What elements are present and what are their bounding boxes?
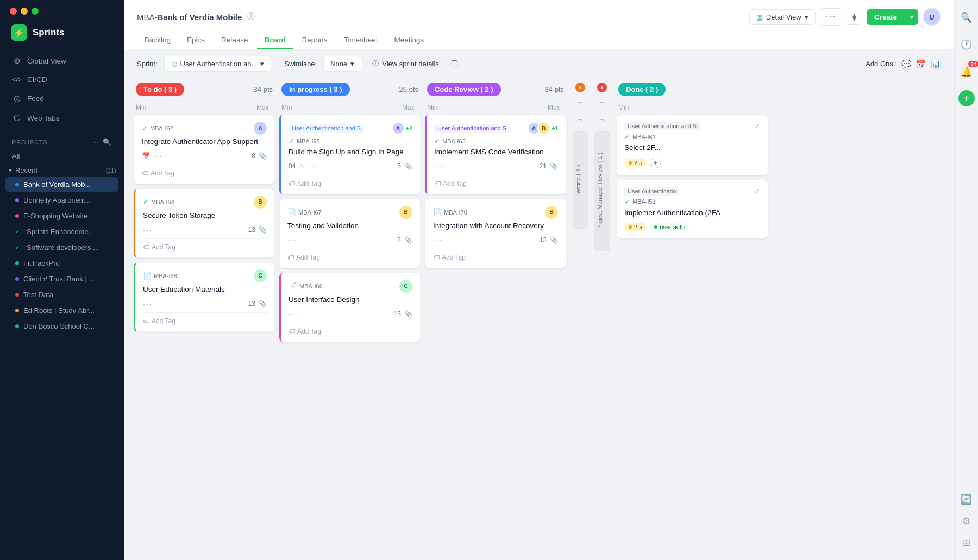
sidebar-item-web-tabs[interactable]: ⬡ Web Tabs [5, 109, 118, 127]
info-icon: ⓘ [372, 59, 379, 68]
addon-icon-1[interactable]: 💬 [901, 59, 912, 69]
issue-id: MBA-I63 [442, 138, 466, 144]
minimize-button[interactable] [21, 8, 28, 15]
grid-icon[interactable]: ⊞ [958, 534, 975, 551]
card-top-row: 📄 MBA-I70 B [433, 206, 558, 219]
more-icon[interactable]: ··· [434, 162, 444, 171]
sidebar-item-label: Global View [27, 57, 66, 65]
user-avatar[interactable]: U [923, 8, 941, 26]
add-tag-text[interactable]: Add Tag [442, 254, 466, 261]
tab-meetings[interactable]: Meetings [386, 32, 431, 49]
sidebar-project-ed-roots[interactable]: Ed Roots | Study Abr... [5, 303, 118, 318]
projects-section-label: PROJECTS ··· 🔍 [0, 131, 124, 149]
pm-left-arrow[interactable]: ← [594, 95, 610, 110]
page-title: MBA-Bank of Verdia Mobile [137, 12, 242, 22]
card-avatar: C [399, 280, 412, 293]
sidebar-item-cicd[interactable]: </> CI/CD [5, 71, 118, 88]
add-tag-row: 🏷 Add Tag [289, 175, 412, 187]
projects-search-icon[interactable]: 🔍 [103, 138, 112, 146]
tab-release[interactable]: Release [214, 32, 256, 49]
check-icon: ✓ [434, 137, 440, 145]
clock-icon[interactable]: 🕐 [958, 36, 975, 53]
tab-epics[interactable]: Epics [179, 32, 212, 49]
close-button[interactable] [10, 8, 17, 15]
tag-icon: 🏷 [142, 169, 148, 177]
add-tag-text[interactable]: Add Tag [296, 254, 320, 261]
detail-view-button[interactable]: ▦ Detail View ▾ [749, 9, 816, 25]
sidebar-project-bank-verdia[interactable]: Bank of Verdia Mob... [5, 177, 118, 192]
tab-board[interactable]: Board [257, 32, 293, 49]
add-tag-text[interactable]: Add Tag [297, 180, 321, 187]
card-footer-right: 21 📎 [540, 162, 558, 170]
sidebar-project-test-data[interactable]: Test Data [5, 287, 118, 302]
issue-id: MBA-I68 [154, 273, 177, 279]
notification-icon[interactable]: 🔔 [958, 63, 975, 80]
more-icon[interactable]: ··· [287, 236, 297, 244]
testing-left-arrow[interactable]: ← [573, 95, 588, 110]
chevron-down-icon: ▾ [260, 60, 264, 68]
add-tag-text[interactable]: Add Tag [152, 243, 175, 251]
add-tag-text[interactable]: Add Tag [297, 328, 321, 335]
create-button[interactable]: Create ▾ [867, 9, 918, 25]
refresh-icon[interactable]: 🔄 [958, 490, 975, 508]
sidebar-item-global-view[interactable]: ⊕ Global View [5, 52, 118, 70]
settings-icon[interactable]: ⚙ [958, 512, 975, 530]
add-icon[interactable]: + [958, 90, 975, 106]
sidebar-project-eshopping[interactable]: E-Shopping Website [5, 209, 118, 223]
column-minmax: Min - Max - [425, 103, 566, 115]
add-tag-text[interactable]: Add Tag [152, 317, 175, 325]
more-icon[interactable]: ··· [143, 299, 153, 308]
info-icon[interactable]: ⓘ [247, 12, 255, 22]
sidebar-project-trust-bank[interactable]: Client # Trust Bank | ... [5, 272, 118, 286]
filter-button[interactable]: ⧫ [847, 9, 862, 25]
card-top-row: User Authentication and S A +2 [289, 122, 412, 135]
card-63: User Authentication and S A B +1 ✓ MBA-I… [425, 115, 566, 194]
column-pm-review: ● ← → Project Manager Review ( 1 ) [592, 78, 612, 551]
more-icon[interactable]: ··· [289, 310, 298, 318]
projects-more-icon[interactable]: ··· [92, 138, 99, 146]
addon-icon-2[interactable]: 📅 [916, 59, 926, 69]
sidebar-project-software-devs[interactable]: ✓ Software developers ... [5, 240, 118, 255]
tab-reports[interactable]: Reports [294, 32, 335, 49]
tag-row: 2fa + [624, 158, 760, 168]
add-tag-text[interactable]: Add Tag [443, 180, 467, 187]
more-icon[interactable]: ··· [433, 236, 443, 244]
sidebar-project-don-bosco[interactable]: Don Bosco School C... [5, 319, 118, 334]
more-icon[interactable]: ··· [153, 152, 163, 160]
sidebar-item-label: CI/CD [27, 75, 47, 84]
testing-right-arrow[interactable]: → [573, 112, 588, 127]
sidebar-project-donnelly[interactable]: Donnelly Apartment... [5, 193, 118, 207]
column-inprogress: In progress ( 3 ) 26 pts Min - Max - Use… [279, 78, 421, 551]
header-top: MBA-Bank of Verdia Mobile ⓘ ▦ Detail Vie… [137, 0, 941, 32]
pm-right-arrow[interactable]: → [594, 112, 610, 127]
addons-area: Add Ons : 💬 📅 📊 [866, 59, 941, 69]
view-sprint-details[interactable]: ⓘ View sprint details [372, 59, 439, 68]
sidebar-project-fittrack[interactable]: FitTrackPro [5, 256, 118, 270]
maximize-button[interactable] [32, 8, 39, 15]
more-icon[interactable]: ··· [143, 225, 153, 234]
pm-review-header: ● ← → [594, 78, 610, 131]
clip-icon: 📎 [404, 162, 412, 170]
add-tag-button[interactable]: + [650, 158, 661, 168]
header: MBA-Bank of Verdia Mobile ⓘ ▦ Detail Vie… [124, 0, 954, 49]
sidebar-item-all[interactable]: All [0, 149, 124, 163]
project-name: E-Shopping Website [23, 212, 112, 220]
swimlane-select[interactable]: None ▾ [323, 56, 361, 72]
column-todo-header: To do ( 3 ) 34 pts [134, 78, 275, 100]
board-toolbar: Sprint: ◎ User Authentication an... ▾ Sw… [124, 49, 954, 78]
add-tag-text[interactable]: Add Tag [151, 169, 174, 177]
tab-timesheet[interactable]: Timesheet [336, 32, 386, 49]
create-chevron-icon[interactable]: ▾ [905, 10, 918, 24]
check-icon: ✓ [289, 137, 294, 145]
tab-backlog[interactable]: Backlog [137, 32, 178, 49]
card-top-row: ✓ MBA-I62 A [142, 122, 267, 135]
cicd-icon: </> [12, 76, 22, 84]
sidebar-project-sprints[interactable]: ✓ Sprints Enhanceme... [5, 224, 118, 239]
addon-icon-3[interactable]: 📊 [931, 59, 941, 69]
sidebar-recent-header[interactable]: ▼ Recent (21) [0, 163, 124, 177]
search-icon-right[interactable]: 🔍 [958, 9, 975, 26]
sprint-select[interactable]: ◎ User Authentication an... ▾ [164, 56, 272, 72]
more-options-button[interactable]: ··· [820, 8, 842, 26]
sidebar-item-feed[interactable]: ◎ Feed [5, 89, 118, 108]
more-icon[interactable]: ··· [308, 162, 318, 171]
